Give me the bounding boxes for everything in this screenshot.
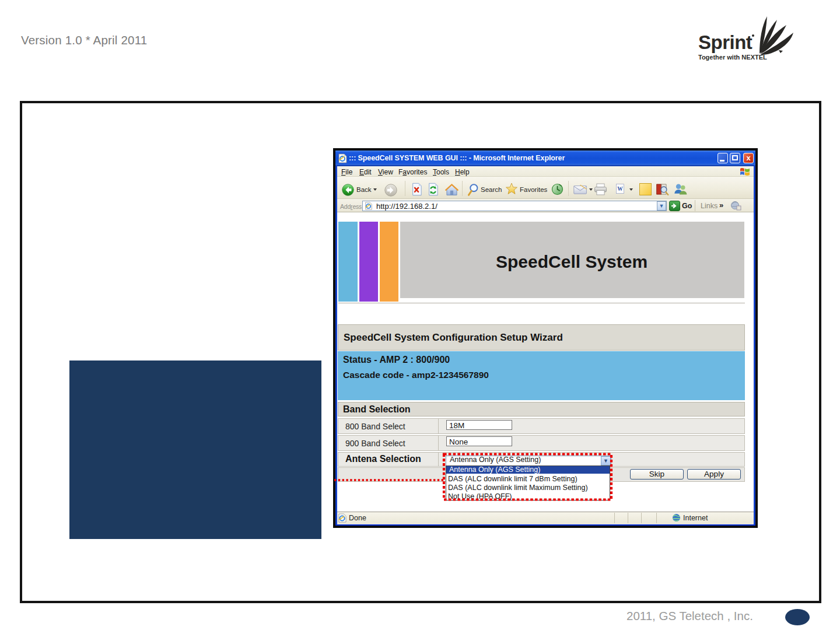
svg-text:W: W (617, 186, 623, 192)
